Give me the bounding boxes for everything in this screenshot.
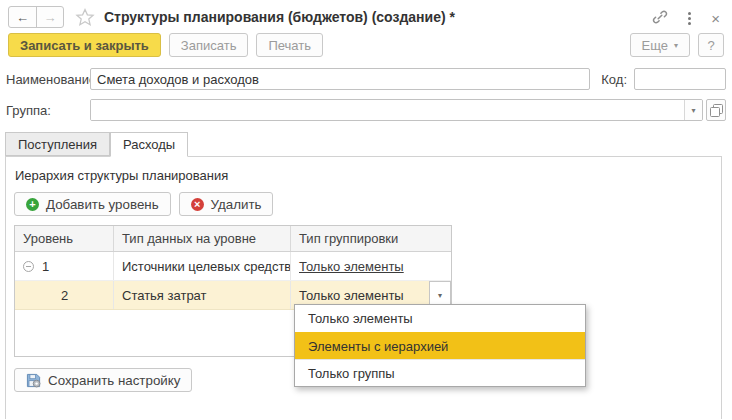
add-plus-icon: + bbox=[26, 198, 39, 211]
link-icon bbox=[652, 9, 668, 25]
level-value: 2 bbox=[15, 281, 113, 309]
chevron-down-icon: ▾ bbox=[438, 291, 442, 300]
group-combobox: ▾ bbox=[90, 99, 703, 121]
group-input[interactable] bbox=[91, 100, 684, 120]
name-label: Наименование: bbox=[6, 72, 90, 87]
title-bar-actions: × bbox=[652, 9, 720, 28]
tab-rashody[interactable]: Расходы bbox=[110, 132, 188, 157]
grouping-value: Только элементы bbox=[299, 288, 404, 303]
save-settings-icon bbox=[26, 373, 41, 388]
nav-button-group: ← → bbox=[8, 6, 64, 28]
group-choose-button[interactable] bbox=[706, 99, 726, 121]
level-value: 1 bbox=[42, 259, 49, 274]
close-button[interactable]: × bbox=[711, 11, 720, 26]
forward-button[interactable]: → bbox=[36, 7, 63, 27]
back-button[interactable]: ← bbox=[9, 7, 36, 27]
chevron-down-icon: ▾ bbox=[674, 41, 678, 50]
code-label: Код: bbox=[601, 72, 627, 87]
more-actions-button[interactable]: Еще▾ bbox=[630, 33, 690, 57]
star-icon bbox=[75, 8, 95, 27]
favorite-star-button[interactable] bbox=[75, 8, 95, 27]
choose-from-list-icon bbox=[710, 104, 723, 117]
code-input[interactable] bbox=[634, 68, 726, 90]
table-header-row: Уровень Тип данных на уровне Тип группир… bbox=[15, 226, 451, 252]
section-heading: Иерархия структуры планирования bbox=[15, 168, 713, 183]
data-type-value[interactable]: Источники целевых средств bbox=[113, 252, 290, 280]
save-and-close-button[interactable]: Записать и закрыть bbox=[8, 33, 161, 57]
column-header-level[interactable]: Уровень bbox=[15, 226, 113, 251]
print-button[interactable]: Печать bbox=[256, 33, 323, 57]
tab-postupleniya[interactable]: Поступления bbox=[5, 132, 110, 156]
save-settings-button[interactable]: Сохранить настройку bbox=[14, 368, 192, 392]
dots-icon bbox=[688, 12, 691, 15]
save-button[interactable]: Записать bbox=[169, 33, 249, 57]
command-bar: Записать и закрыть Записать Печать Еще▾ … bbox=[0, 30, 732, 61]
grid-toolbar: + Добавить уровень × Удалить bbox=[14, 192, 713, 216]
delete-button[interactable]: × Удалить bbox=[179, 192, 274, 216]
command-bar-right: Еще▾ ? bbox=[630, 33, 724, 57]
column-header-data-type[interactable]: Тип данных на уровне bbox=[113, 226, 290, 251]
group-dropdown-button[interactable]: ▾ bbox=[684, 100, 702, 120]
chevron-down-icon: ▾ bbox=[692, 106, 696, 115]
column-header-grouping[interactable]: Тип группировки bbox=[290, 226, 451, 251]
page-title: Структуры планирования (бюджетов) (созда… bbox=[104, 9, 455, 25]
app-window: ← → Структуры планирования (бюджетов) (с… bbox=[0, 0, 732, 420]
data-type-value[interactable]: Статья затрат bbox=[113, 281, 290, 309]
add-level-button[interactable]: + Добавить уровень bbox=[14, 192, 171, 216]
name-row: Наименование: Код: bbox=[6, 68, 726, 90]
get-link-button[interactable] bbox=[652, 9, 668, 28]
group-row: Группа: ▾ bbox=[6, 99, 726, 121]
table-row[interactable]: 1 Источники целевых средств Только элеме… bbox=[15, 252, 451, 281]
back-arrow-icon: ← bbox=[16, 10, 29, 25]
help-button[interactable]: ? bbox=[698, 33, 724, 57]
dropdown-option[interactable]: Только элементы bbox=[295, 305, 585, 332]
dropdown-option-highlighted[interactable]: Элементы с иерархией bbox=[295, 332, 585, 359]
grouping-dropdown-list: Только элементы Элементы с иерархией Тол… bbox=[294, 304, 586, 387]
group-label: Группа: bbox=[6, 103, 90, 118]
name-input[interactable] bbox=[90, 68, 590, 90]
delete-cross-icon: × bbox=[191, 198, 204, 211]
tab-strip: Поступления Расходы bbox=[5, 132, 732, 156]
collapse-icon[interactable] bbox=[23, 261, 34, 272]
form-area: Наименование: Код: Группа: ▾ bbox=[0, 61, 732, 121]
grouping-link[interactable]: Только элементы bbox=[299, 259, 404, 274]
dropdown-option[interactable]: Только группы bbox=[295, 359, 585, 386]
title-bar: ← → Структуры планирования (бюджетов) (с… bbox=[0, 0, 732, 30]
forward-arrow-icon: → bbox=[44, 10, 57, 25]
more-menu-button[interactable] bbox=[685, 11, 694, 26]
